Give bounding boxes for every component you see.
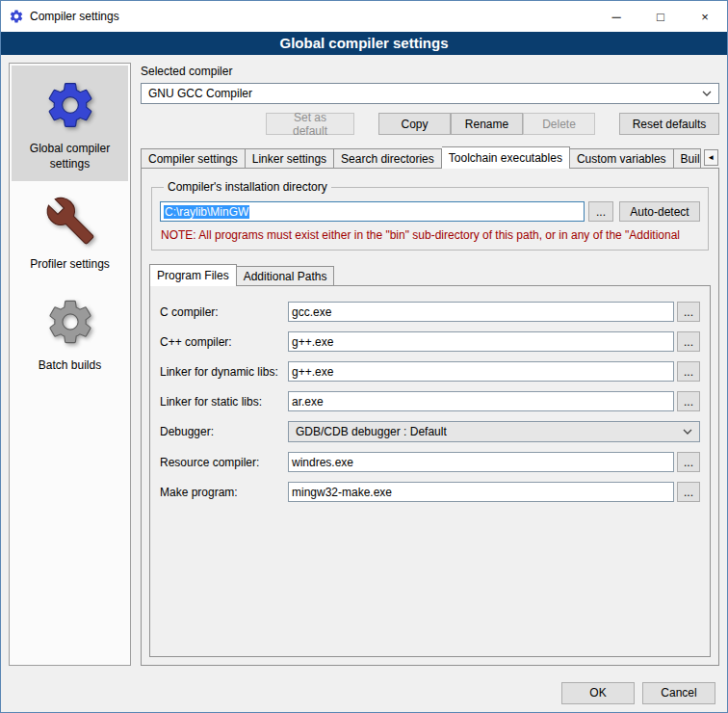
compiler-settings-window: Compiler settings ─ □ × Global compiler … xyxy=(0,0,728,713)
copy-button[interactable]: Copy xyxy=(378,113,451,135)
set-as-default-button[interactable]: Set as default xyxy=(266,113,354,135)
tab-compiler-settings[interactable]: Compiler settings xyxy=(141,148,246,169)
auto-detect-button[interactable]: Auto-detect xyxy=(619,201,700,222)
browse-button[interactable]: ... xyxy=(677,391,700,411)
window-title: Compiler settings xyxy=(30,10,119,23)
static-linker-value: ar.exe xyxy=(292,395,324,409)
program-files-panel: C compiler: gcc.exe ... C++ compiler: g+… xyxy=(149,285,711,657)
dynamic-linker-value: g++.exe xyxy=(292,365,333,379)
tab-program-files[interactable]: Program Files xyxy=(149,264,237,286)
make-program-value: mingw32-make.exe xyxy=(292,486,392,499)
settings-tab-strip: Compiler settings Linker settings Search… xyxy=(141,146,719,169)
chevron-down-icon xyxy=(702,91,712,96)
maximize-icon[interactable]: □ xyxy=(638,1,683,32)
browse-button[interactable]: ... xyxy=(677,452,700,472)
window-controls: ─ □ × xyxy=(594,1,727,32)
tab-additional-paths[interactable]: Additional Paths xyxy=(237,266,335,286)
field-row-make-program: Make program: mingw32-make.exe ... xyxy=(160,482,700,502)
sidebar-item-label: Batch builds xyxy=(39,358,101,374)
sidebar-item-global-compiler-settings[interactable]: Global compiler settings xyxy=(12,66,128,181)
field-label: C++ compiler: xyxy=(160,335,288,349)
browse-button[interactable]: ... xyxy=(677,302,700,322)
selected-compiler-dropdown[interactable]: GNU GCC Compiler xyxy=(141,83,719,104)
minimize-icon[interactable]: ─ xyxy=(594,1,638,32)
install-dir-selected-text: C:\raylib\MinGW xyxy=(164,205,249,219)
titlebar: Compiler settings ─ □ × xyxy=(1,1,727,32)
main-content: Selected compiler GNU GCC Compiler Set a… xyxy=(141,63,719,666)
c-compiler-value: gcc.exe xyxy=(292,305,331,319)
field-row-cpp-compiler: C++ compiler: g++.exe ... xyxy=(160,331,700,352)
field-row-dynamic-linker: Linker for dynamic libs: g++.exe ... xyxy=(160,361,700,382)
browse-button[interactable]: ... xyxy=(677,331,700,352)
tab-linker-settings[interactable]: Linker settings xyxy=(246,148,334,169)
field-label: Make program: xyxy=(160,486,288,499)
sidebar-item-label: Global compiler settings xyxy=(15,142,124,172)
cancel-button[interactable]: Cancel xyxy=(642,682,715,704)
browse-button[interactable]: ... xyxy=(677,482,700,502)
c-compiler-input[interactable]: gcc.exe xyxy=(288,302,674,322)
tab-scroll-buttons: ◄ ► xyxy=(701,149,719,166)
resource-compiler-value: windres.exe xyxy=(292,456,353,469)
field-row-resource-compiler: Resource compiler: windres.exe ... xyxy=(160,452,700,472)
field-label: C compiler: xyxy=(160,305,288,319)
make-program-input[interactable]: mingw32-make.exe xyxy=(288,482,674,502)
field-row-static-linker: Linker for static libs: ar.exe ... xyxy=(160,391,700,411)
tab-scroll-left-icon[interactable]: ◄ xyxy=(704,149,718,166)
tab-toolchain-executables[interactable]: Toolchain executables xyxy=(442,146,570,169)
gear-icon xyxy=(40,75,100,135)
cpp-compiler-input[interactable]: g++.exe xyxy=(288,331,674,352)
resource-compiler-input[interactable]: windres.exe xyxy=(288,452,674,472)
dialog-body: Global compiler settings Profiler settin… xyxy=(1,55,727,673)
close-icon[interactable]: × xyxy=(683,1,727,32)
chevron-down-icon xyxy=(683,429,692,435)
static-linker-input[interactable]: ar.exe xyxy=(288,391,674,411)
browse-button[interactable]: ... xyxy=(677,361,700,382)
debugger-value: GDB/CDB debugger : Default xyxy=(296,425,447,438)
installation-directory-label: Compiler's installation directory xyxy=(164,180,331,194)
ok-button[interactable]: OK xyxy=(561,682,635,704)
tab-custom-variables[interactable]: Custom variables xyxy=(570,148,674,169)
sidebar-item-batch-builds[interactable]: Batch builds xyxy=(12,282,128,383)
debugger-dropdown[interactable]: GDB/CDB debugger : Default xyxy=(288,421,700,442)
settings-sidebar: Global compiler settings Profiler settin… xyxy=(9,63,131,666)
compiler-button-row: Set as default Copy Rename Delete Reset … xyxy=(141,113,719,135)
window-icon xyxy=(9,9,24,24)
sidebar-item-label: Profiler settings xyxy=(30,257,110,273)
profiler-icon xyxy=(40,191,100,251)
selected-compiler-value: GNU GCC Compiler xyxy=(148,87,252,100)
install-dir-input[interactable]: C:\raylib\MinGW xyxy=(160,201,585,222)
installation-directory-row: C:\raylib\MinGW ... Auto-detect xyxy=(160,201,700,222)
field-label: Resource compiler: xyxy=(160,456,288,469)
field-row-c-compiler: C compiler: gcc.exe ... xyxy=(160,302,700,322)
tab-search-directories[interactable]: Search directories xyxy=(334,148,442,169)
page-title: Global compiler settings xyxy=(1,32,727,55)
bin-subdirectory-note: NOTE: All programs must exist either in … xyxy=(161,228,699,242)
gear-gray-icon xyxy=(40,292,100,352)
delete-button[interactable]: Delete xyxy=(523,113,595,135)
tab-build-options-truncated[interactable]: Buil xyxy=(674,148,701,169)
dialog-footer: OK Cancel xyxy=(1,673,727,712)
field-label: Debugger: xyxy=(160,425,288,438)
field-label: Linker for static libs: xyxy=(160,395,288,409)
field-row-debugger: Debugger: GDB/CDB debugger : Default xyxy=(160,421,700,442)
field-label: Linker for dynamic libs: xyxy=(160,365,288,379)
selected-compiler-label: Selected compiler xyxy=(141,65,719,78)
rename-button[interactable]: Rename xyxy=(451,113,523,135)
dynamic-linker-input[interactable]: g++.exe xyxy=(288,361,674,382)
install-dir-browse-button[interactable]: ... xyxy=(588,201,613,222)
sidebar-item-profiler-settings[interactable]: Profiler settings xyxy=(12,181,128,282)
cpp-compiler-value: g++.exe xyxy=(292,335,333,349)
program-files-tab-strip: Program Files Additional Paths xyxy=(149,264,711,286)
toolchain-executables-panel: Compiler's installation directory C:\ray… xyxy=(141,168,719,666)
reset-defaults-button[interactable]: Reset defaults xyxy=(619,113,719,135)
installation-directory-groupbox: Compiler's installation directory C:\ray… xyxy=(151,180,709,251)
